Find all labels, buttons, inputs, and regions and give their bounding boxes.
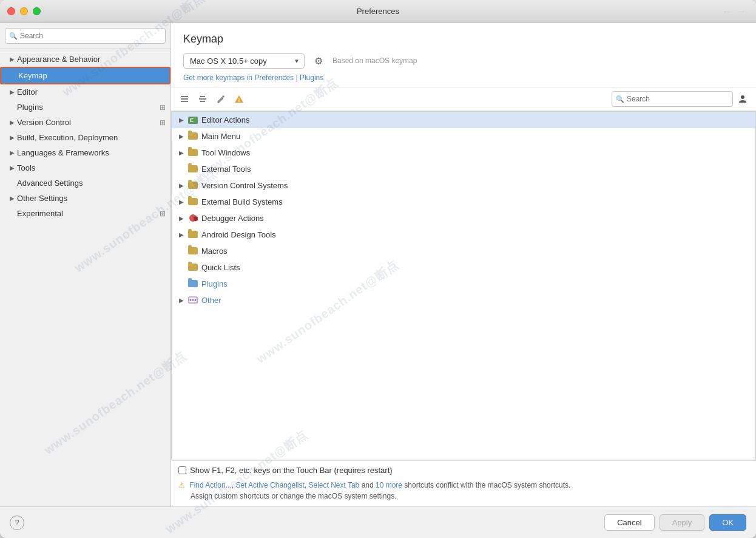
badge-icon: ⊞ — [160, 209, 166, 218]
forward-arrow[interactable]: → — [737, 6, 746, 17]
tree-item-label: Debugger Actions — [201, 214, 751, 223]
based-on-text: Based on macOS keymap — [332, 56, 417, 65]
sidebar-item-tools[interactable]: ▶ Tools — [0, 160, 170, 175]
back-arrow[interactable]: ← — [722, 6, 732, 17]
tree-item[interactable]: ▶ External Tools — [172, 161, 755, 177]
tree-item[interactable]: ▶ Other — [172, 292, 755, 308]
plugins-link[interactable]: Plugins — [300, 73, 323, 82]
sidebar-item-appearance[interactable]: ▶ Appearance & Behavior — [0, 52, 170, 67]
tree-search-icon: 🔍 — [616, 95, 624, 103]
content-bottom: Show F1, F2, etc. keys on the Touch Bar … — [171, 460, 756, 506]
tree-item[interactable]: ▶ Android Design Tools — [172, 226, 755, 243]
sidebar-item-label: Build, Execution, Deploymen — [17, 133, 166, 142]
help-button[interactable]: ? — [10, 516, 24, 530]
tree-item[interactable]: ▶ Plugins — [172, 276, 755, 292]
select-next-tab-link[interactable]: Select Next Tab — [308, 481, 359, 489]
tree-item[interactable]: ▶ External Build Systems — [172, 194, 755, 210]
sidebar-item-label: Appearance & Behavior — [17, 55, 166, 64]
cancel-button[interactable]: Cancel — [604, 514, 654, 531]
find-action-link[interactable]: Find Action... — [189, 481, 231, 489]
tool-windows-icon — [187, 148, 198, 157]
sidebar-items-list: ▶ Appearance & Behavior ▶ Keymap ▶ Edito… — [0, 49, 170, 506]
badge-icon: ⊞ — [160, 103, 166, 112]
sidebar-item-label: Editor — [17, 87, 166, 97]
sidebar-item-label: Experimental — [17, 209, 160, 218]
edit-shortcuts-button[interactable] — [212, 92, 229, 106]
keymap-select-wrapper: Mac OS X 10.5+ copy ▼ — [183, 53, 305, 69]
apply-button[interactable]: Apply — [660, 514, 705, 531]
tree-item-label: External Tools — [201, 165, 751, 174]
sidebar-item-advanced[interactable]: ▶ Advanced Settings — [0, 175, 170, 191]
sidebar-item-editor[interactable]: ▶ Editor — [0, 84, 170, 100]
expand-all-button[interactable] — [176, 92, 193, 106]
tree-item-label: Quick Lists — [201, 263, 751, 272]
more-conflicts-link[interactable]: 10 more — [376, 481, 402, 489]
tree-search-box: 🔍 — [612, 91, 733, 107]
footer-buttons: Cancel Apply OK — [604, 514, 746, 531]
sidebar-item-label: Other Settings — [17, 194, 166, 203]
content-header: Keymap Mac OS X 10.5+ copy ▼ ⚙ Based on … — [171, 23, 756, 87]
sidebar-search-input[interactable] — [5, 28, 166, 44]
help-label: ? — [15, 518, 19, 527]
tree-search-input[interactable] — [627, 95, 729, 103]
tree-item-label: Plugins — [201, 279, 751, 288]
tree-item[interactable]: ▶ 🐞 Debugger Actions — [172, 210, 755, 226]
svg-point-16 — [195, 299, 197, 301]
warnings-button[interactable]: ! — [231, 92, 248, 106]
tree-item[interactable]: ▶ E Editor Actions — [172, 112, 755, 128]
chevron-icon: ▶ — [10, 89, 15, 95]
tree-item[interactable]: ▶ Version Control Systems — [172, 177, 755, 194]
svg-text:🐞: 🐞 — [192, 214, 198, 222]
sidebar-item-languages[interactable]: ▶ Languages & Frameworks — [0, 145, 170, 160]
touch-bar-checkbox[interactable] — [178, 466, 186, 474]
conflict-suffix: shortcuts conflict with the macOS system… — [402, 481, 570, 489]
tree-chevron-icon: ▶ — [179, 182, 187, 189]
tree-item[interactable]: ▶ Macros — [172, 243, 755, 259]
set-active-changelist-link[interactable]: Set Active Changelist — [235, 481, 304, 489]
tree-item[interactable]: ▶ Quick Lists — [172, 259, 755, 276]
window-title: Preferences — [357, 7, 399, 16]
tree-chevron-icon: ▶ — [179, 117, 187, 123]
window-controls — [7, 7, 41, 15]
chevron-icon: ▶ — [10, 149, 15, 156]
collapse-all-button[interactable] — [194, 92, 211, 106]
minimize-button[interactable] — [20, 7, 28, 15]
conflict-warning: ⚠ Find Action..., Set Active Changelist,… — [178, 480, 749, 502]
svg-text:E: E — [190, 117, 194, 123]
tree-item[interactable]: ▶ Main Menu — [172, 128, 755, 145]
sidebar-item-other-settings[interactable]: ▶ Other Settings — [0, 191, 170, 206]
chevron-icon: ▶ — [10, 134, 15, 141]
tree-item-label: Android Design Tools — [201, 230, 751, 239]
debugger-icon: 🐞 — [187, 213, 198, 223]
chevron-icon: ▶ — [10, 195, 15, 202]
sidebar-item-label: Tools — [17, 163, 166, 172]
keymap-links: Get more keymaps in Preferences | Plugin… — [183, 73, 744, 82]
person-button[interactable] — [734, 92, 751, 106]
sidebar-item-keymap[interactable]: ▶ Keymap — [0, 67, 170, 84]
tree-chevron-icon: ▶ — [179, 133, 187, 140]
svg-point-15 — [192, 299, 194, 301]
keymap-gear-button[interactable]: ⚙ — [311, 53, 326, 69]
chevron-icon: ▶ — [10, 165, 15, 171]
main-layout: 🔍 ▶ Appearance & Behavior ▶ Keymap ▶ Edi… — [0, 23, 756, 506]
sidebar-item-build[interactable]: ▶ Build, Execution, Deploymen — [0, 130, 170, 145]
sidebar-item-plugins[interactable]: ▶ Plugins ⊞ — [0, 100, 170, 115]
conflict-sep3: and — [359, 481, 376, 489]
content-area: Keymap Mac OS X 10.5+ copy ▼ ⚙ Based on … — [171, 23, 756, 506]
touch-bar-label: Show F1, F2, etc. keys on the Touch Bar … — [190, 466, 393, 475]
tree-item[interactable]: ▶ Tool Windows — [172, 145, 755, 161]
keymap-select[interactable]: Mac OS X 10.5+ copy — [183, 53, 305, 69]
vcs-icon — [187, 180, 198, 190]
keymap-toolbar: ! 🔍 — [171, 87, 756, 111]
close-button[interactable] — [7, 7, 15, 15]
sidebar-item-experimental[interactable]: ▶ Experimental ⊞ — [0, 206, 170, 221]
expand-all-icon — [180, 94, 189, 104]
get-more-keymaps-link[interactable]: Get more keymaps in Preferences — [183, 73, 294, 82]
maximize-button[interactable] — [33, 7, 41, 15]
person-icon — [738, 94, 748, 104]
android-tools-icon — [187, 230, 198, 239]
sidebar-item-version-control[interactable]: ▶ Version Control ⊞ — [0, 115, 170, 130]
main-menu-icon — [187, 131, 198, 141]
ok-button[interactable]: OK — [709, 514, 746, 531]
keymap-tree[interactable]: ▶ E Editor Actions ▶ Main Menu ▶ — [171, 111, 756, 460]
